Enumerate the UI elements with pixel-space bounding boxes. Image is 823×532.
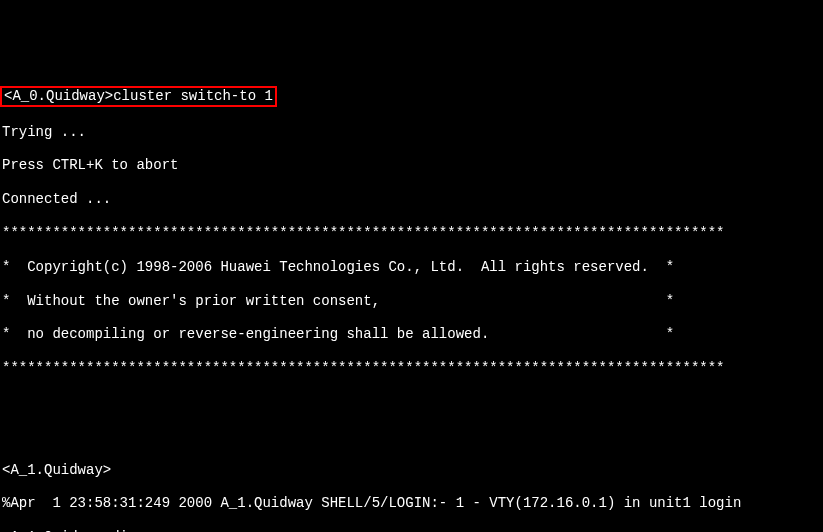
terminal-line: Connected ...	[2, 191, 821, 208]
terminal-output: <A_0.Quidway>cluster switch-to 1 Trying …	[2, 69, 821, 532]
terminal-line: <A_0.Quidway>cluster switch-to 1	[2, 86, 821, 107]
prompt-command-text: <A_0.Quidway>cluster switch-to 1	[4, 88, 273, 104]
terminal-line: * Without the owner's prior written cons…	[2, 293, 821, 310]
terminal-line: Trying ...	[2, 124, 821, 141]
terminal-line: %Apr 1 23:58:31:249 2000 A_1.Quidway SHE…	[2, 495, 821, 512]
terminal-line: * no decompiling or reverse-engineering …	[2, 326, 821, 343]
terminal-line: * Copyright(c) 1998-2006 Huawei Technolo…	[2, 259, 821, 276]
terminal-line: ****************************************…	[2, 225, 821, 242]
terminal-line	[2, 394, 821, 411]
terminal-line	[2, 428, 821, 445]
terminal-line: ****************************************…	[2, 360, 821, 377]
terminal-line: <A_1.Quidway>	[2, 462, 821, 479]
highlighted-command-1: <A_0.Quidway>cluster switch-to 1	[0, 86, 277, 107]
terminal-line: Press CTRL+K to abort	[2, 157, 821, 174]
